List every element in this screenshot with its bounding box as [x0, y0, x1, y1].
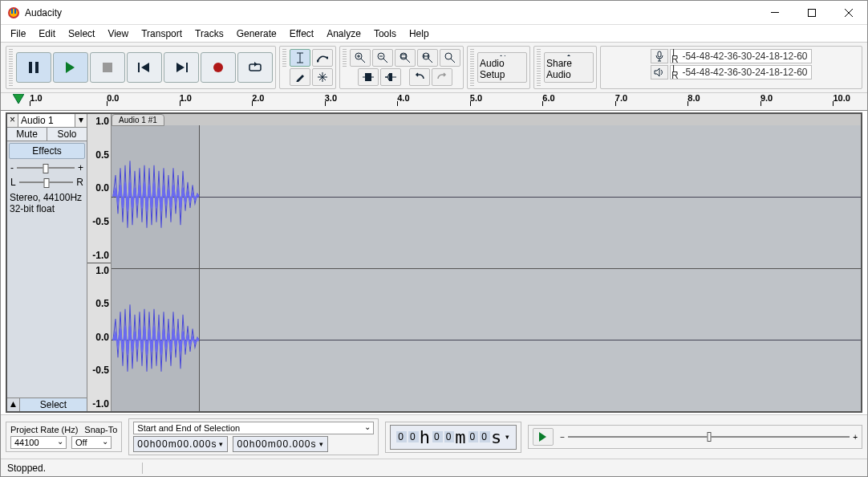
zoom-toggle-icon: [444, 52, 456, 63]
time-position-field[interactable]: 00h00m00s▾: [390, 425, 517, 450]
menu-analyze[interactable]: Analyze: [320, 26, 367, 41]
audio-setup-label: Audio Setup: [480, 58, 525, 80]
pause-button[interactable]: [16, 52, 51, 83]
trim-icon: [363, 73, 374, 81]
track-menu-button[interactable]: ▾: [75, 114, 87, 127]
gain-slider[interactable]: - +: [7, 161, 87, 175]
track-name[interactable]: Audio 1: [18, 114, 75, 127]
menu-effect[interactable]: Effect: [283, 26, 320, 41]
zoom-in-button[interactable]: [350, 49, 371, 67]
selection-end-field[interactable]: 00h00m00.000s▾: [233, 436, 327, 452]
pencil-icon: [295, 72, 305, 82]
track-select-button[interactable]: Select: [20, 398, 87, 411]
playback-speed-slider[interactable]: − +: [560, 433, 858, 442]
menu-file[interactable]: File: [4, 26, 32, 41]
menu-transport[interactable]: Transport: [135, 26, 189, 41]
svg-rect-4: [809, 9, 816, 16]
menu-tracks[interactable]: Tracks: [189, 26, 230, 41]
project-rate-select[interactable]: 44100: [10, 436, 67, 449]
play-at-speed-button[interactable]: [533, 428, 554, 446]
play-speed-icon: [538, 432, 548, 442]
snap-to-label: Snap-To: [84, 425, 117, 434]
svg-rect-42: [658, 51, 661, 57]
grip[interactable]: [470, 49, 474, 86]
grip[interactable]: [9, 49, 13, 86]
channel-right[interactable]: [112, 269, 861, 412]
waveform-area[interactable]: Audio 1 #1: [112, 114, 861, 411]
menu-select[interactable]: Select: [62, 26, 101, 41]
record-button[interactable]: [201, 52, 236, 83]
menu-generate[interactable]: Generate: [230, 26, 283, 41]
menu-tools[interactable]: Tools: [367, 26, 403, 41]
selection-tool[interactable]: [290, 49, 310, 67]
fit-project-icon: [422, 52, 433, 63]
svg-marker-9: [66, 62, 75, 73]
solo-button[interactable]: Solo: [47, 128, 87, 141]
share-audio-toolbar: Share Audio: [533, 46, 597, 89]
selection-start-field[interactable]: 00h00m00.000s▾: [133, 436, 228, 452]
snap-to-select[interactable]: Off: [71, 436, 112, 449]
track-collapse-button[interactable]: ▲: [7, 398, 20, 411]
playback-meter-button[interactable]: [651, 65, 668, 80]
menu-edit[interactable]: Edit: [32, 26, 62, 41]
skip-start-button[interactable]: [127, 52, 162, 83]
loop-button[interactable]: [237, 52, 273, 83]
audio-setup-toolbar: Audio Setup: [467, 46, 530, 89]
redo-icon: [436, 72, 448, 82]
main-toolbars: Audio Setup Share Audio LR -54-48-42-36-…: [1, 43, 867, 93]
grip[interactable]: [537, 49, 541, 86]
tools-toolbar: [279, 46, 336, 89]
close-button[interactable]: [830, 1, 867, 25]
ibeam-icon: [295, 52, 305, 63]
fit-project-button[interactable]: [417, 49, 438, 67]
pan-slider[interactable]: L R: [7, 175, 87, 190]
audio-setup-button[interactable]: Audio Setup: [477, 52, 527, 83]
svg-line-35: [428, 59, 432, 63]
multi-tool[interactable]: [312, 68, 333, 86]
zoom-out-button[interactable]: [372, 49, 393, 67]
playback-meter[interactable]: LR -54-48-42-36-30-24-18-12-60: [670, 65, 811, 80]
timeline-ruler[interactable]: 1.0 0.0 1.0 2.0 3.0 4.0 5.0 6.0 7.0 8.0 …: [1, 93, 867, 111]
channel-left[interactable]: [112, 125, 861, 269]
share-audio-button[interactable]: Share Audio: [544, 52, 594, 83]
envelope-tool[interactable]: [312, 49, 333, 67]
speaker-small-icon: [654, 67, 665, 77]
svg-rect-11: [138, 63, 140, 72]
svg-rect-2: [14, 9, 16, 14]
maximize-button[interactable]: [793, 1, 830, 25]
skip-end-button[interactable]: [164, 52, 199, 83]
play-button[interactable]: [53, 52, 88, 83]
trim-button[interactable]: [358, 68, 379, 86]
menubar: File Edit Select View Transport Tracks G…: [1, 25, 867, 43]
statusbar: Stopped.: [1, 459, 867, 476]
zoom-toggle-button[interactable]: [440, 49, 460, 67]
redo-button[interactable]: [432, 68, 452, 86]
grip[interactable]: [343, 49, 347, 67]
mute-button[interactable]: Mute: [7, 128, 47, 141]
draw-tool[interactable]: [290, 68, 310, 86]
loop-icon: [249, 62, 262, 73]
silence-button[interactable]: [380, 68, 401, 86]
waveform-left: [112, 125, 200, 268]
recording-meter-button[interactable]: [651, 49, 668, 63]
effects-button[interactable]: Effects: [9, 143, 85, 159]
clip-label[interactable]: Audio 1 #1: [112, 114, 164, 126]
fit-selection-button[interactable]: [395, 49, 416, 67]
undo-button[interactable]: [409, 68, 430, 86]
zoom-in-icon: [355, 52, 366, 63]
stop-button[interactable]: [90, 52, 125, 83]
minimize-button[interactable]: [756, 1, 793, 25]
selection-mode-select[interactable]: Start and End of Selection: [133, 422, 374, 434]
play-icon: [65, 62, 76, 73]
recording-meter[interactable]: LR -54-48-42-36-30-24-18-12-60: [670, 49, 811, 63]
silence-icon: [385, 73, 396, 81]
menu-view[interactable]: View: [101, 26, 135, 41]
project-rate-group: Project Rate (Hz) Snap-To 44100 Off: [6, 422, 122, 452]
menu-help[interactable]: Help: [403, 26, 436, 41]
svg-line-25: [361, 59, 365, 63]
grip[interactable]: [282, 49, 286, 67]
track-close-button[interactable]: ×: [7, 114, 18, 127]
transport-toolbar: [6, 46, 276, 89]
svg-marker-12: [141, 63, 149, 72]
tracks-area: × Audio 1 ▾ Mute Solo Effects - + L R St…: [6, 112, 862, 413]
